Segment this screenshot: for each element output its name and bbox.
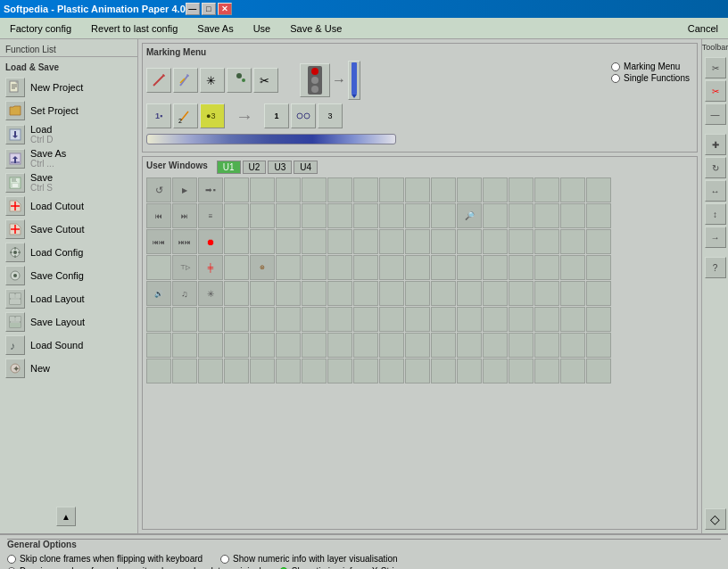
uw-cell-r3c5[interactable] <box>250 229 275 254</box>
func-load-cutout[interactable]: Load Cutout <box>0 194 137 218</box>
uw-cell-r6c17[interactable] <box>560 307 585 332</box>
uw-cell-r5c15[interactable] <box>509 281 534 306</box>
uw-cell-r2c8[interactable] <box>327 203 352 228</box>
uw-cell-r1c11[interactable] <box>405 177 430 202</box>
uw-cell-r6c1[interactable] <box>146 307 171 332</box>
uw-cell-r1c10[interactable] <box>379 177 404 202</box>
tool-num-1[interactable]: 1▪ <box>146 103 171 128</box>
uw-cell-r1c9[interactable] <box>353 177 378 202</box>
func-new-project[interactable]: New Project <box>0 76 137 99</box>
tool-needle[interactable] <box>227 68 252 93</box>
uw-cell-r1c14[interactable] <box>483 177 508 202</box>
maximize-button[interactable]: □ <box>202 3 216 15</box>
uw-cell-r5c7[interactable] <box>302 281 327 306</box>
uw-cell-r7c5[interactable] <box>250 333 275 358</box>
uw-cell-r4c13[interactable] <box>457 255 482 280</box>
uw-cell-r3c6[interactable] <box>276 229 301 254</box>
tab-u3[interactable]: U3 <box>268 161 292 174</box>
uw-cell-r8c6[interactable] <box>276 359 301 383</box>
uw-cell-r8c4[interactable] <box>224 359 249 383</box>
tool-num-5[interactable]: 3 <box>318 103 343 128</box>
func-save-cutout[interactable]: Save Cutout <box>0 218 137 241</box>
tool-traffic[interactable] <box>300 63 330 97</box>
uw-cell-r6c13[interactable] <box>457 307 482 332</box>
uw-cell-r4c1[interactable] <box>146 255 171 280</box>
tb-scissors-1[interactable]: ✂ <box>705 57 726 78</box>
tool-pencil-1[interactable] <box>146 68 171 93</box>
uw-cell-r8c10[interactable] <box>379 359 404 383</box>
uw-cell-r8c5[interactable] <box>250 359 275 383</box>
uw-cell-zoom[interactable]: 🔎 <box>457 203 482 228</box>
tab-u1[interactable]: U1 <box>217 161 241 174</box>
uw-cell-r1c5[interactable] <box>250 177 275 202</box>
uw-cell-r2c16[interactable] <box>534 203 559 228</box>
uw-cell-r3c10[interactable] <box>379 229 404 254</box>
uw-cell-r7c12[interactable] <box>431 333 456 358</box>
uw-cell-r7c8[interactable] <box>327 333 352 358</box>
uw-cell-r6c15[interactable] <box>509 307 534 332</box>
uw-cell-r7c11[interactable] <box>405 333 430 358</box>
uw-cell-r2c7[interactable] <box>302 203 327 228</box>
uw-cell-r8c11[interactable] <box>405 359 430 383</box>
tab-u4[interactable]: U4 <box>294 161 318 174</box>
tool-pencil-2[interactable] <box>173 68 198 93</box>
uw-cell-r8c14[interactable] <box>483 359 508 383</box>
tb-question[interactable]: ? <box>705 257 726 278</box>
uw-cell-r2c14[interactable] <box>483 203 508 228</box>
uw-cell-r7c14[interactable] <box>483 333 508 358</box>
uw-cell-r5c8[interactable] <box>327 281 352 306</box>
uw-cell-r5c13[interactable] <box>457 281 482 306</box>
uw-cell-r2c6[interactable] <box>276 203 301 228</box>
uw-cell-r7c17[interactable] <box>560 333 585 358</box>
uw-cell-r1c4[interactable] <box>224 177 249 202</box>
func-load[interactable]: Load Ctrl D <box>0 122 137 146</box>
uw-cell-r8c3[interactable] <box>198 359 223 383</box>
tb-rotate[interactable]: ↻ <box>705 157 726 178</box>
uw-cell-r8c8[interactable] <box>327 359 352 383</box>
uw-cell-r4c12[interactable] <box>431 255 456 280</box>
uw-cell-r2c12[interactable] <box>431 203 456 228</box>
uw-cell-r8c18[interactable] <box>586 359 611 383</box>
uw-cell-r6c11[interactable] <box>405 307 430 332</box>
uw-cell-r1c15[interactable] <box>509 177 534 202</box>
uw-cell-r7c4[interactable] <box>224 333 249 358</box>
uw-cell-r5c18[interactable] <box>586 281 611 306</box>
uw-cell-r5c12[interactable] <box>431 281 456 306</box>
uw-cell-rec[interactable] <box>198 229 223 254</box>
uw-cell-r1c12[interactable] <box>431 177 456 202</box>
uw-cell-r6c10[interactable] <box>379 307 404 332</box>
uw-cell-marker[interactable]: ╪ <box>198 255 223 280</box>
uw-cell-r7c2[interactable] <box>172 333 197 358</box>
uw-cell-r3c14[interactable] <box>483 229 508 254</box>
uw-cell-r3c13[interactable] <box>457 229 482 254</box>
uw-cell-r5c4[interactable] <box>224 281 249 306</box>
uw-cell-r6c16[interactable] <box>534 307 559 332</box>
uw-cell-r3c7[interactable] <box>302 229 327 254</box>
uw-cell-r4c15[interactable] <box>509 255 534 280</box>
uw-cell-r6c4[interactable] <box>224 307 249 332</box>
uw-cell-r5c14[interactable] <box>483 281 508 306</box>
uw-cell-r2c10[interactable] <box>379 203 404 228</box>
uw-cell-fx[interactable]: ⊛ <box>250 255 275 280</box>
uw-cell-r8c12[interactable] <box>431 359 456 383</box>
uw-cell-r4c4[interactable] <box>224 255 249 280</box>
status-option-3[interactable]: Show numeric info with layer visualisati… <box>220 554 398 564</box>
uw-cell-r3c15[interactable] <box>509 229 534 254</box>
uw-cell-r6c5[interactable] <box>250 307 275 332</box>
uw-cell-r3c9[interactable] <box>353 229 378 254</box>
scroll-up-button[interactable]: ▲ <box>56 507 76 526</box>
menu-save-use[interactable]: Save & Use <box>280 20 352 37</box>
uw-cell-r4c18[interactable] <box>586 255 611 280</box>
minimize-button[interactable]: — <box>186 3 200 15</box>
func-save-as[interactable]: Save As Ctrl ... <box>0 146 137 170</box>
uw-cell-r3c12[interactable] <box>431 229 456 254</box>
uw-cell-r6c2[interactable] <box>172 307 197 332</box>
menu-use[interactable]: Use <box>244 20 281 37</box>
tool-num-2-pencil[interactable]: 2 <box>173 103 198 128</box>
uw-cell-r1c17[interactable] <box>560 177 585 202</box>
tool-anim[interactable] <box>291 103 316 128</box>
uw-cell-r5c5[interactable] <box>250 281 275 306</box>
uw-cell-r7c6[interactable] <box>276 333 301 358</box>
uw-cell-r6c6[interactable] <box>276 307 301 332</box>
uw-cell-r4c8[interactable] <box>327 255 352 280</box>
